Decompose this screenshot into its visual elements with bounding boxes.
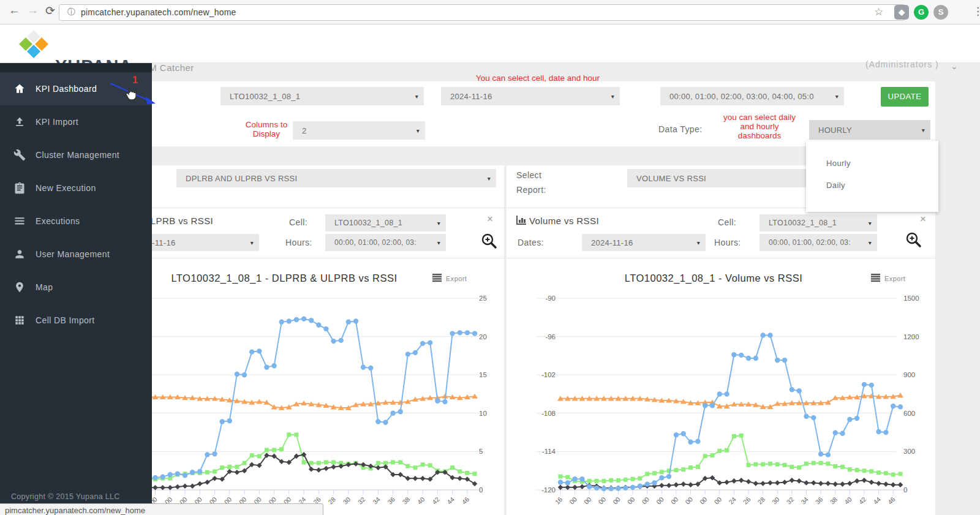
svg-text:300: 300 (903, 448, 915, 455)
hours-label: Hours: (285, 238, 312, 247)
columns-to-display-select[interactable]: 2▾ (293, 121, 425, 140)
svg-text:34: 34 (371, 495, 382, 506)
report-select-left[interactable]: DPLRB AND ULPRB VS RSSI▾ (176, 169, 496, 187)
svg-text:00: 00 (684, 495, 694, 506)
user-icon (13, 248, 26, 260)
sidebar-item-label: KPI Import (36, 117, 78, 127)
account-chevron-down-icon[interactable]: ⌄ (951, 61, 958, 71)
sidebar-item-label: Map (36, 282, 53, 292)
date-select[interactable]: 2024-11-16▾ (441, 87, 620, 105)
sidebar-item-kpi-import[interactable]: KPI Import (0, 105, 152, 138)
svg-text:16: 16 (554, 495, 564, 506)
data-type-label: Data Type: (658, 124, 702, 134)
status-url-text: pimcatcher.yupanatech.com/new_home (5, 506, 145, 515)
annotation-columns: Columns toDisplay (242, 120, 291, 138)
svg-text:00: 00 (568, 495, 578, 506)
update-button[interactable]: UPDATE (881, 87, 929, 107)
svg-text:40: 40 (416, 495, 426, 506)
sidebar-item-label: User Management (36, 249, 110, 259)
svg-text:LTO10032_1_08_1 - Volume vs RS: LTO10032_1_08_1 - Volume vs RSSI (625, 273, 803, 284)
url-text[interactable]: pimcatcher.yupanatech.com/new_home (81, 7, 236, 17)
map-pin-icon (13, 281, 26, 293)
extension-shield-icon[interactable]: ◆ (894, 5, 909, 20)
svg-text:44: 44 (445, 495, 456, 506)
svg-text:-120: -120 (541, 486, 556, 494)
data-type-select[interactable]: HOURLY▾ (809, 120, 930, 140)
svg-text:20: 20 (479, 333, 487, 340)
card-hours-select-right[interactable]: 00:00, 01:00, 02:00, 03:▾ (760, 234, 877, 251)
app-header: YUPANA PIM Catcher (Administrators ) ⌄ (0, 24, 980, 63)
browser-status-bar: pimcatcher.yupanatech.com/new_home (0, 503, 323, 515)
account-label[interactable]: (Administrators ) (865, 59, 939, 69)
data-type-option-hourly[interactable]: Hourly (806, 152, 938, 175)
chevron-down-icon: ▾ (415, 93, 418, 100)
bar-chart-icon (516, 216, 526, 225)
svg-text:46: 46 (461, 495, 471, 506)
yupana-logo-icon (17, 29, 50, 60)
sidebar-item-executions[interactable]: Executions (0, 205, 152, 238)
svg-text:38: 38 (828, 495, 839, 506)
browser-toolbar: ← → ⟳ ⓘ pimcatcher.yupanatech.com/new_ho… (0, 0, 980, 24)
forward-icon[interactable]: → (27, 4, 39, 17)
sidebar-item-cell-db-import[interactable]: Cell DB Import (0, 304, 152, 337)
grammarly-extension-icon[interactable]: G (914, 5, 929, 20)
list-icon (13, 215, 26, 227)
chevron-down-icon: ▾ (697, 239, 700, 246)
sidebar-item-new-execution[interactable]: New Execution (0, 171, 152, 205)
sidebar-item-map[interactable]: Map (0, 271, 152, 304)
app-window: ← → ⟳ ⓘ pimcatcher.yupanatech.com/new_ho… (0, 0, 980, 515)
export-menu-icon[interactable] (432, 274, 442, 282)
svg-text:36: 36 (814, 495, 824, 506)
svg-text:Export: Export (446, 275, 467, 282)
svg-text:30: 30 (771, 495, 781, 506)
card-hours-select-left[interactable]: 00:00, 01:00, 02:00, 03:▾ (325, 234, 446, 251)
svg-text:32: 32 (356, 495, 367, 506)
cell-label: Cell: (718, 217, 736, 227)
svg-text:900: 900 (903, 371, 915, 378)
data-type-option-daily[interactable]: Daily (806, 174, 938, 197)
svg-text:0: 0 (479, 486, 483, 494)
svg-text:00: 00 (626, 495, 636, 506)
chevron-down-icon: ▾ (437, 239, 440, 246)
refresh-icon[interactable]: ⟳ (45, 4, 55, 18)
svg-text:00: 00 (597, 495, 608, 506)
svg-text:600: 600 (903, 410, 915, 417)
sidebar-item-cluster-management[interactable]: Cluster Management (0, 138, 152, 171)
sidebar-item-label: New Execution (36, 183, 96, 193)
wrench-icon (13, 149, 26, 161)
browser-menu-icon[interactable]: ⋮ (973, 5, 980, 18)
svg-text:42: 42 (431, 495, 441, 506)
cell-select[interactable]: LTO10032_1_08_1▾ (221, 87, 424, 105)
svg-text:-90: -90 (545, 295, 556, 302)
back-icon[interactable]: ← (9, 4, 20, 17)
annotation-data-type: you can select dailyand hourlydashboards (709, 113, 810, 140)
svg-text:00: 00 (640, 495, 650, 506)
skype-extension-icon[interactable]: S (933, 5, 948, 20)
card-date-select-right[interactable]: 2024-11-16▾ (582, 234, 706, 251)
card-cell-select-right[interactable]: LTO10032_1_08_1▾ (760, 214, 877, 231)
zoom-in-icon[interactable] (481, 233, 498, 250)
svg-text:28: 28 (326, 495, 337, 506)
svg-text:1200: 1200 (903, 333, 919, 340)
chevron-down-icon: ▾ (869, 220, 872, 227)
svg-text:26: 26 (742, 495, 752, 506)
page-info-icon[interactable]: ⓘ (67, 7, 75, 18)
svg-text:-108: -108 (541, 410, 556, 417)
hours-select[interactable]: 00:00, 01:00, 02:00, 03:00, 04:00, 05:0▾ (660, 87, 844, 105)
zoom-in-icon[interactable] (905, 231, 922, 249)
hours-label: Hours: (714, 238, 741, 247)
close-icon[interactable]: × (487, 213, 493, 225)
svg-text:30: 30 (341, 495, 352, 506)
svg-text:32: 32 (785, 495, 796, 506)
bookmark-star-icon[interactable]: ☆ (874, 6, 883, 18)
card-cell-select-left[interactable]: LTO10032_1_08_1▾ (325, 214, 446, 231)
svg-text:10: 10 (479, 410, 487, 417)
export-menu-icon[interactable] (871, 274, 880, 282)
sidebar-item-user-management[interactable]: User Management (0, 238, 152, 271)
close-icon[interactable]: × (920, 213, 926, 225)
svg-text:34: 34 (799, 495, 810, 506)
svg-text:40: 40 (843, 495, 853, 506)
svg-text:Export: Export (884, 275, 905, 282)
chevron-down-icon: ▾ (488, 175, 491, 182)
chevron-down-icon: ▾ (869, 239, 872, 246)
